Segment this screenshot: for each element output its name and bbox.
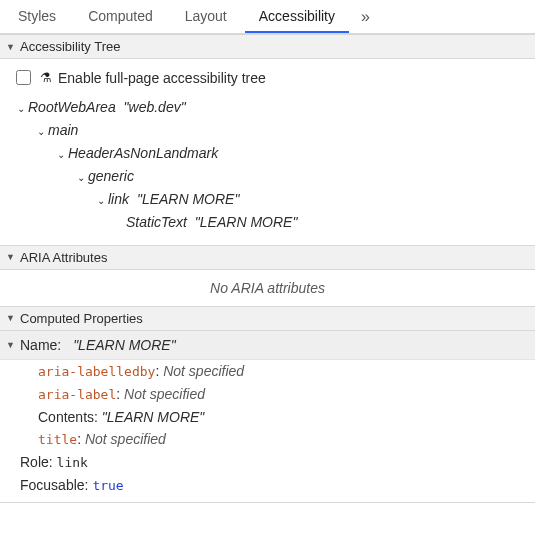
attr-name: aria-labelledby (38, 364, 155, 379)
tree-role: link (108, 188, 129, 211)
expand-icon[interactable]: ⌄ (56, 147, 66, 164)
computed-focusable-row: Focusable: true (0, 474, 535, 497)
section-header-computed-properties[interactable]: ▼ Computed Properties (0, 306, 535, 331)
name-source-labelledby: aria-labelledby: Not specified (0, 360, 535, 383)
attr-value: Not specified (124, 386, 205, 402)
tab-styles[interactable]: Styles (4, 0, 70, 33)
focusable-value: true (92, 478, 123, 493)
accessibility-tree-body: ⚗ Enable full-page accessibility tree ⌄ … (0, 59, 535, 245)
section-title: Accessibility Tree (20, 39, 120, 54)
computed-name-row[interactable]: ▼ Name: "LEARN MORE" (0, 331, 535, 360)
tree-role: StaticText (126, 211, 187, 234)
enable-fullpage-checkbox[interactable] (16, 70, 31, 85)
computed-properties-body: ▼ Name: "LEARN MORE" aria-labelledby: No… (0, 331, 535, 497)
attr-name: title (38, 432, 77, 447)
tabs-overflow-icon[interactable]: » (353, 2, 377, 32)
panel-bottom-divider (0, 502, 535, 503)
attr-value: Not specified (163, 363, 244, 379)
expand-icon[interactable]: ⌄ (16, 101, 26, 118)
name-source-label: aria-label: Not specified (0, 383, 535, 406)
tree-role: main (48, 119, 78, 142)
disclosure-triangle-icon: ▼ (6, 42, 16, 52)
tree-role: generic (88, 165, 134, 188)
tree-name: "LEARN MORE" (137, 188, 240, 211)
section-title: Computed Properties (20, 311, 143, 326)
attr-value: "LEARN MORE" (102, 409, 205, 425)
tree-node-rootwebarea[interactable]: ⌄ RootWebArea "web.dev" (8, 96, 527, 119)
tree-node-generic[interactable]: ⌄ generic (8, 165, 527, 188)
section-title: ARIA Attributes (20, 250, 107, 265)
tree-role: RootWebArea (28, 96, 116, 119)
computed-role-row: Role: link (0, 451, 535, 474)
focusable-label: Focusable: (20, 477, 88, 493)
enable-fullpage-label: Enable full-page accessibility tree (58, 70, 266, 86)
name-source-contents: Contents: "LEARN MORE" (0, 406, 535, 428)
expand-icon[interactable]: ⌄ (36, 124, 46, 141)
attr-name: Contents: (38, 409, 98, 425)
name-source-title: title: Not specified (0, 428, 535, 451)
expand-icon[interactable]: ⌄ (96, 193, 106, 210)
role-value: link (57, 455, 88, 470)
tree-name: "LEARN MORE" (195, 211, 298, 234)
tab-accessibility[interactable]: Accessibility (245, 0, 349, 33)
disclosure-triangle-icon: ▼ (6, 338, 16, 352)
attr-value: Not specified (85, 431, 166, 447)
experiment-icon: ⚗ (40, 70, 52, 85)
tab-computed[interactable]: Computed (74, 0, 167, 33)
tree-node-statictext[interactable]: StaticText "LEARN MORE" (8, 211, 527, 234)
devtools-tabbar: Styles Computed Layout Accessibility » (0, 0, 535, 34)
attr-name: aria-label (38, 387, 116, 402)
tree-node-link[interactable]: ⌄ link "LEARN MORE" (8, 188, 527, 211)
enable-fullpage-row: ⚗ Enable full-page accessibility tree (8, 65, 527, 96)
disclosure-triangle-icon: ▼ (6, 313, 16, 323)
role-label: Role: (20, 454, 53, 470)
tree-node-main[interactable]: ⌄ main (8, 119, 527, 142)
name-label: Name: (20, 334, 61, 356)
tree-role: HeaderAsNonLandmark (68, 142, 218, 165)
tree-node-header[interactable]: ⌄ HeaderAsNonLandmark (8, 142, 527, 165)
accessibility-tree: ⌄ RootWebArea "web.dev" ⌄ main ⌄ HeaderA… (8, 96, 527, 235)
section-header-accessibility-tree[interactable]: ▼ Accessibility Tree (0, 34, 535, 59)
tab-layout[interactable]: Layout (171, 0, 241, 33)
tree-name: "web.dev" (124, 96, 186, 119)
name-value: "LEARN MORE" (73, 334, 176, 356)
section-header-aria-attributes[interactable]: ▼ ARIA Attributes (0, 245, 535, 270)
disclosure-triangle-icon: ▼ (6, 252, 16, 262)
aria-empty-message: No ARIA attributes (0, 270, 535, 306)
expand-icon[interactable]: ⌄ (76, 170, 86, 187)
